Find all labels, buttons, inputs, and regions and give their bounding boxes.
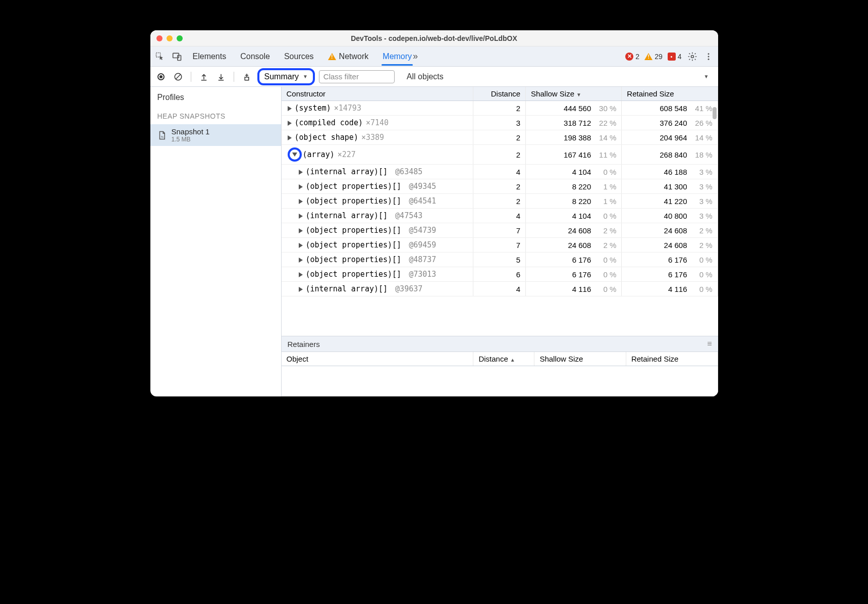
retainers-header-distance[interactable]: Distance▲ <box>473 352 534 366</box>
chevron-down-icon: ▼ <box>303 74 308 79</box>
profiles-sidebar: Profiles HEAP SNAPSHOTS % Snapshot 1 1.5… <box>150 87 282 396</box>
objects-filter-dropdown[interactable]: All objects <box>407 72 444 81</box>
disclosure-triangle-icon[interactable] <box>288 121 292 126</box>
shallow-pct: 0 % <box>596 212 616 220</box>
shallow-value: 4 116 <box>572 285 591 293</box>
record-button[interactable] <box>154 70 168 83</box>
retainers-header-object[interactable]: Object <box>282 352 473 366</box>
svg-point-6 <box>708 58 709 60</box>
shallow-value: 4 104 <box>572 212 591 220</box>
header-retained-size[interactable]: Retained Size <box>622 87 718 101</box>
shallow-pct: 0 % <box>596 168 616 176</box>
gc-button[interactable] <box>240 70 253 83</box>
retainers-table: Object Distance▲ Shallow Size Retained S… <box>282 352 718 396</box>
table-row[interactable]: (internal array)[] @6348544 1040 %46 188… <box>282 165 718 179</box>
table-row[interactable]: (internal array)[] @3963744 1160 %4 1160… <box>282 282 718 296</box>
error-badge[interactable]: ✕2 <box>625 53 639 61</box>
download-button[interactable] <box>214 70 228 83</box>
retainers-title: Retainers <box>288 340 320 348</box>
disclosure-triangle-icon[interactable] <box>299 214 303 219</box>
disclosure-triangle-icon[interactable] <box>299 287 303 292</box>
shallow-pct: 2 % <box>596 241 616 249</box>
memory-content: Constructor Distance Shallow Size▼ Retai… <box>282 87 718 396</box>
retained-pct: 3 % <box>692 212 713 220</box>
disclosure-triangle-icon[interactable] <box>288 135 292 140</box>
upload-button[interactable] <box>197 70 210 83</box>
shallow-value: 8 220 <box>572 182 591 191</box>
retainers-panel: Retainers ≡ Object Distance▲ Shallow Siz… <box>282 336 718 396</box>
table-row[interactable]: (compiled code)×71403318 71222 %376 2402… <box>282 116 718 130</box>
expand-toggle-highlighted[interactable] <box>288 147 302 162</box>
perspective-dropdown[interactable]: Summary ▼ <box>257 68 315 85</box>
scrollbar-thumb[interactable] <box>713 107 717 119</box>
table-row[interactable]: (array)×2272167 41611 %268 84018 % <box>282 145 718 165</box>
table-row[interactable]: (object properties)[] @54739724 6082 %24… <box>282 223 718 238</box>
constructor-name: (internal array)[] <box>306 284 388 293</box>
header-constructor[interactable]: Constructor <box>282 87 473 101</box>
retained-value: 6 176 <box>668 270 687 279</box>
tab-network[interactable]: Network <box>327 48 370 65</box>
retained-value: 6 176 <box>668 256 687 264</box>
retained-pct: 2 % <box>692 241 713 249</box>
retainers-header-retained[interactable]: Retained Size <box>626 352 718 366</box>
retained-value: 376 240 <box>660 119 687 127</box>
table-row[interactable]: (object shape)×33892198 38814 %204 96414… <box>282 130 718 145</box>
sidebar-item-snapshot[interactable]: % Snapshot 1 1.5 MB <box>150 124 281 146</box>
constructor-name: (compiled code) <box>295 118 363 127</box>
header-shallow-size[interactable]: Shallow Size▼ <box>526 87 622 101</box>
snapshot-size: 1.5 MB <box>172 136 210 143</box>
distance-value: 6 <box>473 267 526 282</box>
table-row[interactable]: (object properties)[] @7301366 1760 %6 1… <box>282 267 718 282</box>
retainers-header-shallow[interactable]: Shallow Size <box>534 352 626 366</box>
retained-value: 608 548 <box>660 104 687 113</box>
constructor-name: (internal array)[] <box>306 167 388 176</box>
tab-sources[interactable]: Sources <box>283 48 315 65</box>
table-row[interactable]: (object properties)[] @4934528 2201 %41 … <box>282 179 718 194</box>
shallow-value: 444 560 <box>564 104 591 113</box>
retained-value: 40 800 <box>664 212 687 220</box>
distance-value: 7 <box>473 223 526 238</box>
table-row[interactable]: (system)×147932444 56030 %608 54841 % <box>282 101 718 116</box>
table-row[interactable]: (object properties)[] @6454128 2201 %41 … <box>282 194 718 209</box>
table-row[interactable]: (object properties)[] @4873756 1760 %6 1… <box>282 253 718 267</box>
disclosure-triangle-icon[interactable] <box>299 258 303 263</box>
constructor-name: (object properties)[] <box>306 226 402 235</box>
disclosure-triangle-icon[interactable] <box>299 199 303 204</box>
kebab-menu-icon[interactable] <box>703 51 714 62</box>
tab-console[interactable]: Console <box>239 48 271 65</box>
constructor-name: (object properties)[] <box>306 270 402 279</box>
shallow-value: 167 416 <box>564 150 591 159</box>
issues-badge[interactable]: ▪4 <box>668 53 682 61</box>
tab-memory[interactable]: Memory <box>382 48 413 65</box>
retained-pct: 3 % <box>692 197 713 206</box>
warning-badge[interactable]: 29 <box>644 53 663 61</box>
retainers-menu-icon[interactable]: ≡ <box>707 339 712 348</box>
inspect-element-icon[interactable] <box>154 51 166 62</box>
disclosure-triangle-icon[interactable] <box>299 228 303 233</box>
device-toolbar-icon[interactable] <box>172 51 183 62</box>
shallow-value: 8 220 <box>572 197 591 206</box>
disclosure-triangle-icon[interactable] <box>288 106 292 111</box>
object-ref: @73013 <box>404 270 436 279</box>
disclosure-triangle-icon[interactable] <box>299 272 303 277</box>
instance-count: ×3389 <box>361 133 384 142</box>
constructor-name: (system) <box>295 104 331 113</box>
header-distance[interactable]: Distance <box>473 87 526 101</box>
object-ref: @54739 <box>404 226 436 235</box>
shallow-value: 24 608 <box>568 241 591 249</box>
memory-toolbar: Summary ▼ All objects ▼ <box>150 67 718 87</box>
snapshot-file-icon: % <box>157 130 167 141</box>
secondary-dropdown-arrow[interactable]: ▼ <box>704 74 709 79</box>
disclosure-triangle-icon[interactable] <box>299 184 303 189</box>
disclosure-triangle-icon[interactable] <box>299 170 303 175</box>
tab-elements[interactable]: Elements <box>192 48 228 65</box>
clear-button[interactable] <box>172 70 185 83</box>
class-filter-input[interactable] <box>319 70 395 83</box>
constructor-name: (object shape) <box>295 133 358 142</box>
gear-icon[interactable] <box>687 51 698 62</box>
more-tabs-icon[interactable]: » <box>413 51 416 62</box>
table-row[interactable]: (object properties)[] @69459724 6082 %24… <box>282 238 718 253</box>
retained-value: 4 116 <box>668 285 687 293</box>
table-row[interactable]: (internal array)[] @4754344 1040 %40 800… <box>282 209 718 223</box>
disclosure-triangle-icon[interactable] <box>299 243 303 248</box>
